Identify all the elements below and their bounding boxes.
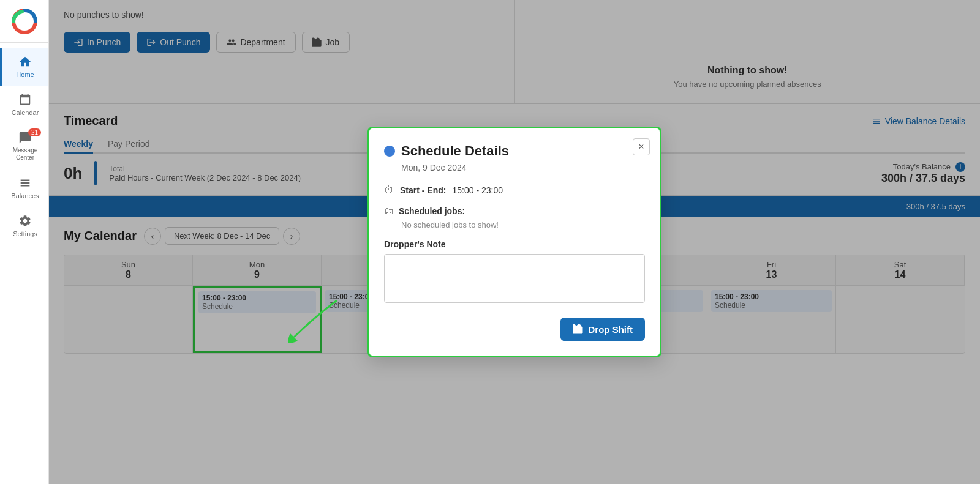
sidebar-item-settings[interactable]: Settings <box>0 207 48 245</box>
modal-footer: Drop Shift <box>384 318 645 341</box>
sidebar-item-message-center[interactable]: 21 Message Center <box>0 124 48 169</box>
modal-title: Schedule Details <box>401 143 509 159</box>
no-jobs-text: No scheduled jobs to show! <box>401 220 645 229</box>
logo <box>0 0 49 43</box>
modal-close-button[interactable]: × <box>633 138 650 155</box>
sidebar-label-settings: Settings <box>13 230 37 237</box>
modal-dot <box>384 146 395 157</box>
dropper-note-input[interactable] <box>384 254 645 303</box>
modal-start-end-row: ⏱ Start - End: 15:00 - 23:00 <box>384 185 645 196</box>
scheduled-jobs-section: 🗂 Scheduled jobs: No scheduled jobs to s… <box>384 206 645 229</box>
sidebar-label-home: Home <box>16 71 34 78</box>
dropper-note-label: Dropper's Note <box>384 239 645 249</box>
sidebar-item-calendar[interactable]: Calendar <box>0 86 48 124</box>
sidebar-label-calendar: Calendar <box>12 109 39 116</box>
sidebar-label-message: Message Center <box>4 147 46 162</box>
start-end-value: 15:00 - 23:00 <box>452 185 503 195</box>
sidebar-nav: Home Calendar 21 Message Center Balances… <box>0 43 48 245</box>
drop-shift-label: Drop Shift <box>589 324 633 335</box>
sidebar: Home Calendar 21 Message Center Balances… <box>0 0 49 484</box>
modal-header: Schedule Details <box>384 143 645 159</box>
modal-date: Mon, 9 Dec 2024 <box>401 163 645 173</box>
jobs-header: 🗂 Scheduled jobs: <box>384 206 645 217</box>
clock-icon: ⏱ <box>384 185 394 196</box>
sidebar-item-balances[interactable]: Balances <box>0 169 48 207</box>
jobs-title: Scheduled jobs: <box>399 206 465 216</box>
sidebar-item-home[interactable]: Home <box>0 48 48 86</box>
drop-shift-button[interactable]: Drop Shift <box>560 318 646 341</box>
jobs-icon: 🗂 <box>384 206 394 217</box>
message-badge: 21 <box>28 128 41 136</box>
sidebar-label-balances: Balances <box>11 192 39 199</box>
start-end-label: Start - End: <box>400 185 446 195</box>
main-content: No punches to show! In Punch Out Punch D… <box>49 0 980 484</box>
schedule-details-modal: × Schedule Details Mon, 9 Dec 2024 ⏱ Sta… <box>368 127 662 357</box>
modal-overlay: × Schedule Details Mon, 9 Dec 2024 ⏱ Sta… <box>49 0 980 484</box>
